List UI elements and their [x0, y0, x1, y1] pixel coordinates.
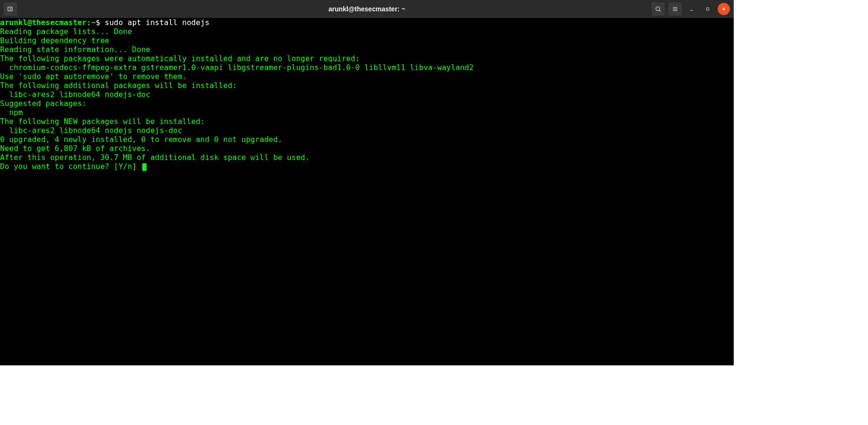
- prompt-symbol: $: [95, 18, 100, 27]
- terminal-output-line: After this operation, 30.7 MB of additio…: [0, 153, 734, 162]
- new-tab-button[interactable]: [4, 2, 17, 16]
- terminal-output-line: npm: [0, 108, 734, 117]
- new-tab-icon: [7, 5, 14, 13]
- terminal-output-line: 0 upgraded, 4 newly installed, 0 to remo…: [0, 135, 734, 144]
- cursor: [142, 163, 147, 171]
- terminal-output-line: Do you want to continue? [Y/n]: [0, 162, 734, 171]
- terminal-output-line: libc-ares2 libnode64 nodejs-doc: [0, 90, 734, 99]
- terminal-output-line: Reading package lists... Done: [0, 27, 734, 36]
- svg-line-2: [659, 10, 660, 11]
- svg-point-1: [656, 7, 660, 10]
- titlebar-left: [0, 2, 17, 16]
- command-text: sudo apt install nodejs: [105, 18, 210, 27]
- prompt-path: ~: [91, 18, 96, 27]
- menu-button[interactable]: [668, 2, 682, 16]
- terminal-output-line: chromium-codecs-ffmpeg-extra gstreamer1.…: [0, 63, 734, 72]
- terminal-body[interactable]: arunkl@thesecmaster:~$ sudo apt install …: [0, 18, 734, 365]
- hamburger-icon: [671, 5, 679, 13]
- window-title: arunkl@thesecmaster: ~: [0, 5, 734, 13]
- terminal-output-line: Need to get 6,807 kB of archives.: [0, 144, 734, 153]
- terminal-output-line: Use 'sudo apt autoremove' to remove them…: [0, 72, 734, 81]
- terminal-window: arunkl@thesecmaster: ~: [0, 0, 734, 365]
- svg-rect-7: [707, 8, 709, 10]
- terminal-output-line: Suggested packages:: [0, 99, 734, 108]
- terminal-output: Reading package lists... DoneBuilding de…: [0, 27, 734, 171]
- minimize-button[interactable]: [686, 3, 698, 15]
- prompt-user-host: arunkl@thesecmaster: [0, 18, 87, 27]
- titlebar: arunkl@thesecmaster: ~: [0, 0, 734, 18]
- maximize-icon: [705, 6, 711, 12]
- minimize-icon: [689, 6, 694, 12]
- terminal-output-line: Building dependency tree: [0, 36, 734, 45]
- terminal-output-line: The following additional packages will b…: [0, 81, 734, 90]
- prompt-line: arunkl@thesecmaster:~$ sudo apt install …: [0, 18, 734, 27]
- close-icon: [721, 6, 727, 12]
- terminal-output-line: libc-ares2 libnode64 nodejs nodejs-doc: [0, 126, 734, 135]
- titlebar-right: [651, 2, 734, 16]
- terminal-output-line: Reading state information... Done: [0, 45, 734, 54]
- close-button[interactable]: [718, 3, 730, 15]
- terminal-output-line: The following packages were automaticall…: [0, 54, 734, 63]
- search-icon: [654, 5, 662, 13]
- search-button[interactable]: [651, 2, 665, 16]
- terminal-output-line: The following NEW packages will be insta…: [0, 117, 734, 126]
- maximize-button[interactable]: [702, 3, 714, 15]
